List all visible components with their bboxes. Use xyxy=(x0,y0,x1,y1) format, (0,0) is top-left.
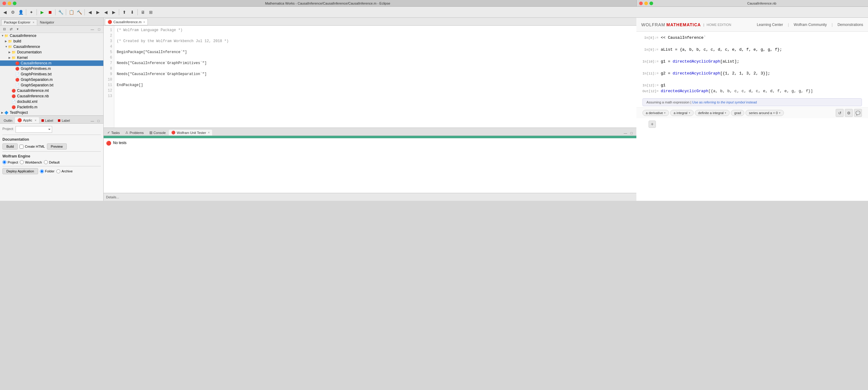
tab-applic[interactable]: 🔴 Applic × xyxy=(15,117,39,123)
toolbar-btn-monitor[interactable]: 🖥 xyxy=(139,8,147,16)
close-applic-icon[interactable]: × xyxy=(35,119,37,122)
chat-btn[interactable]: 💬 xyxy=(854,109,862,117)
tab-tasks[interactable]: ✓ Tasks xyxy=(105,130,122,136)
maximize-btn[interactable] xyxy=(13,2,17,5)
tab-navigator[interactable]: Navigator xyxy=(37,19,57,25)
tab-wolfram-unit-tester[interactable]: 🔴 Wolfram Unit Tester × xyxy=(169,130,212,136)
tab-outline[interactable]: Outlin xyxy=(1,118,15,123)
tree-item-causalinference-mt[interactable]: 🔴 CausalInference.mt xyxy=(0,88,103,93)
suggestion-definite-integral[interactable]: definite a integral ▾ xyxy=(695,110,730,116)
toolbar-btn-6[interactable]: 📋 xyxy=(68,8,75,16)
toolbar-btn-8[interactable]: ◀ xyxy=(86,8,94,16)
toolbar-btn-3[interactable]: 👤 xyxy=(17,8,24,16)
cell-content-in8[interactable]: << CausalInference` xyxy=(661,35,862,40)
settings-btn[interactable]: ⚙ xyxy=(845,109,853,117)
nav-wolfram-community[interactable]: Wolfram Community xyxy=(794,23,827,27)
radio-workbench[interactable] xyxy=(20,160,24,164)
tree-item-docbuild-xml[interactable]: 📄 docbuild.xml xyxy=(0,99,103,104)
cell-content-in11[interactable]: g2 = directedAcyclicGraph[{1, 2, 1, 3, 2… xyxy=(661,71,862,76)
tab-label-1[interactable]: Label xyxy=(39,118,56,123)
toolbar-btn-9[interactable]: ▶ xyxy=(94,8,101,16)
suggestion-series[interactable]: series around a = 0 ▾ xyxy=(745,110,783,116)
close-explorer-icon[interactable]: × xyxy=(33,21,34,24)
cell-content-in10[interactable]: g1 = directedAcyclicGraph[aList]; xyxy=(661,59,862,64)
tree-item-causalinference-root[interactable]: ▼ 📁 CausalInference xyxy=(0,33,103,38)
radio-default[interactable] xyxy=(44,160,48,164)
link-editor-btn[interactable]: ⇄ xyxy=(8,26,14,32)
toolbar-btn-11[interactable]: ▶ xyxy=(110,8,117,16)
tab-problems[interactable]: ⚠ Problems xyxy=(123,130,146,136)
toolbar-btn-4[interactable]: ✦ xyxy=(28,8,35,16)
refresh-btn[interactable]: ↺ xyxy=(836,109,844,117)
code-editor[interactable]: (* Wolfram Language Package *) (* Create… xyxy=(114,26,637,128)
nav-learning-center[interactable]: Learning Center xyxy=(757,23,783,27)
radio-workbench-label[interactable]: Workbench xyxy=(20,160,42,164)
radio-default-label[interactable]: Default xyxy=(44,160,60,164)
suggestion-grad[interactable]: grad xyxy=(731,110,744,116)
close-editor-tab-icon[interactable]: × xyxy=(143,21,145,24)
tree-item-kernel[interactable]: ▶ 📁 Kernel xyxy=(0,55,103,60)
suggestion-integral[interactable]: a integral ▾ xyxy=(670,110,693,116)
maximize-console-btn[interactable]: □ xyxy=(629,131,634,136)
radio-project[interactable] xyxy=(2,160,6,164)
tab-label-2[interactable]: Label xyxy=(56,118,72,123)
tab-console[interactable]: ▥ Console xyxy=(147,130,168,136)
math-close-btn[interactable] xyxy=(639,2,643,5)
math-maximize-btn[interactable] xyxy=(649,2,653,5)
minimize-btn[interactable] xyxy=(8,2,11,5)
toolbar-btn-stop[interactable]: ⏹ xyxy=(46,8,54,16)
toolbar-btn-13[interactable]: ⬇ xyxy=(129,8,136,16)
toolbar-btn-1[interactable]: ◀ xyxy=(1,8,8,16)
preview-btn[interactable]: Preview xyxy=(47,143,67,149)
create-html-checkbox[interactable] xyxy=(20,145,24,149)
tree-item-build[interactable]: ▶ 📁 build xyxy=(0,38,103,44)
toolbar-btn-10[interactable]: ◀ xyxy=(102,8,110,16)
tree-item-graphseparation-m[interactable]: 🔴 GraphSeparation.m xyxy=(0,77,103,82)
editor-tab-causalinference[interactable]: 🔴 CausalInference.m × xyxy=(105,19,148,25)
tree-item-testproject[interactable]: ▶ 🔷 TestProject xyxy=(0,110,103,115)
tab-package-explorer[interactable]: Package Explorer × xyxy=(1,19,37,25)
create-html-label[interactable]: Create HTML xyxy=(20,145,45,149)
math-minimize-btn[interactable] xyxy=(644,2,648,5)
explorer-menu-btn[interactable]: ▾ xyxy=(14,26,21,32)
toolbar-btn-12[interactable]: ⬆ xyxy=(121,8,128,16)
tree-item-pacletinfo-m[interactable]: 🔴 PacletInfo.m xyxy=(0,104,103,110)
collapse-all-btn[interactable]: ⊟ xyxy=(1,26,7,32)
suggestion-derivative[interactable]: a derivative ▾ xyxy=(643,110,669,116)
radio-folder-label[interactable]: Folder xyxy=(40,169,55,173)
maximize-view-btn[interactable]: □ xyxy=(96,26,102,32)
minimize-console-btn[interactable]: — xyxy=(623,131,628,136)
close-unit-tester-icon[interactable]: × xyxy=(208,131,210,134)
toolbar-btn-5[interactable]: 🔧 xyxy=(57,8,64,16)
radio-project-label[interactable]: Project xyxy=(2,160,18,164)
maximize-bottom-btn[interactable]: □ xyxy=(96,118,101,123)
close-btn[interactable] xyxy=(2,2,6,5)
radio-archive-label[interactable]: Archive xyxy=(56,169,73,173)
deploy-application-btn[interactable]: Deploy Application xyxy=(2,168,38,174)
cell-content-in9[interactable]: aList = {a, b, b, c, c, d, c, e, d, f, e… xyxy=(661,47,862,52)
details-bar[interactable]: Details... xyxy=(104,193,637,201)
minimize-view-btn[interactable]: — xyxy=(89,26,95,32)
cell-content-in12[interactable]: g1 xyxy=(661,83,862,88)
toolbar-btn-2[interactable]: ⚙ xyxy=(9,8,17,16)
tree-item-graphprimitives-m[interactable]: 🔴 GraphPrimitives.m xyxy=(0,66,103,72)
toolbar-btn-7[interactable]: 🔨 xyxy=(75,8,83,16)
assumption-link[interactable]: Use as referring to the input symbol ins… xyxy=(692,101,757,104)
tree-item-causalinference-folder[interactable]: ▼ 📁 CausalInference xyxy=(0,44,103,50)
minimize-bottom-btn[interactable]: — xyxy=(90,118,95,123)
radio-archive[interactable] xyxy=(56,169,60,173)
tree-item-causalinference-m[interactable]: 🔴 CausalInference.m xyxy=(0,60,103,66)
cell-content-out12[interactable]: directedAcyclicGraph[{a, b, b, c, c, d, … xyxy=(661,89,862,93)
tree-item-causalinference-nb[interactable]: 🔴 CausalInference.nb xyxy=(0,93,103,99)
nav-demonstrations[interactable]: Demonstrations xyxy=(838,23,863,27)
tree-item-documentation[interactable]: ▶ 📁 Documentation xyxy=(0,50,103,55)
build-btn[interactable]: Build xyxy=(2,143,18,149)
toolbar-btn-grid[interactable]: ⊞ xyxy=(147,8,155,16)
project-select[interactable] xyxy=(16,126,52,133)
add-cell-btn[interactable]: + xyxy=(649,120,656,128)
radio-folder[interactable] xyxy=(40,169,44,173)
applic-icon: 🔴 xyxy=(18,118,22,122)
tree-item-graphseparation-txt[interactable]: 📄 GraphSeparation.txt xyxy=(0,82,103,88)
toolbar-btn-run[interactable]: ▶ xyxy=(38,8,46,16)
tree-item-graphprimitives-txt[interactable]: 📄 GraphPrimitives.txt xyxy=(0,72,103,77)
